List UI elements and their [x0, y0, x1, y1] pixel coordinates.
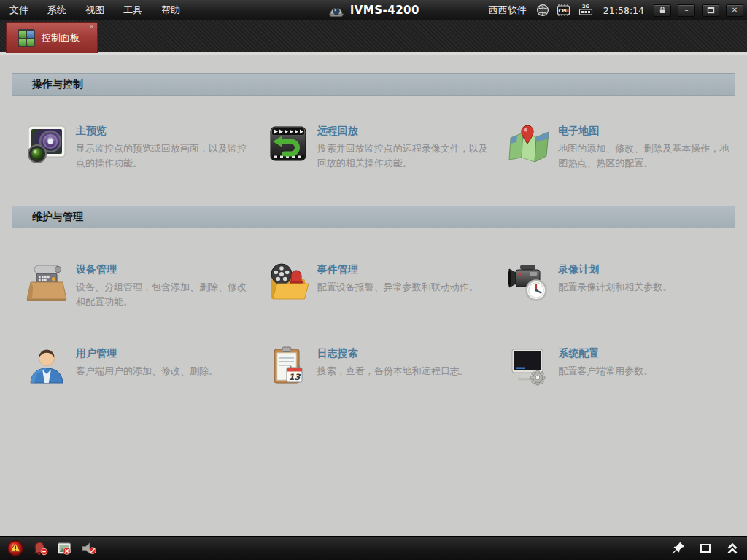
item-title[interactable]: 电子地图 [558, 125, 729, 138]
item-remote-playback[interactable]: 远程回放 搜索并回放监控点的远程录像文件，以及回放的相关操作功能。 [253, 122, 495, 170]
log-search-icon: 13 [267, 345, 309, 387]
item-desc: 客户端用户的添加、修改、删除。 [76, 364, 218, 378]
item-emap[interactable]: 电子地图 地图的添加、修改、删除及基本操作，地图热点、热区的配置。 [494, 122, 735, 170]
item-desc: 配置客户端常用参数。 [558, 364, 653, 378]
network-globe-icon [536, 4, 549, 17]
alarm-status-icon[interactable] [7, 540, 24, 557]
cpu-usage-icon: CPU [556, 3, 571, 18]
item-title[interactable]: 系统配置 [558, 347, 653, 360]
menu-help[interactable]: 帮助 [152, 0, 190, 20]
lock-button[interactable] [654, 4, 671, 17]
app-logo-area: iVMS-4200 [328, 0, 419, 20]
section-title: 操作与控制 [12, 78, 83, 91]
item-event-management[interactable]: 事件管理 配置设备报警、异常参数和联动动作。 [253, 261, 495, 308]
video-exception-icon[interactable] [56, 540, 72, 556]
item-title[interactable]: 设备管理 [76, 263, 247, 276]
app-title: iVMS-4200 [350, 4, 419, 17]
item-desc: 配置设备报警、异常参数和联动动作。 [317, 280, 479, 295]
item-system-config[interactable]: 系统配置 配置客户端常用参数。 [494, 345, 735, 387]
main-preview-icon [26, 122, 68, 165]
dome-camera-logo-icon [328, 2, 345, 18]
section-title: 维护与管理 [12, 211, 83, 224]
clock: 21:58:14 [603, 5, 644, 16]
item-title[interactable]: 事件管理 [317, 263, 479, 276]
record-schedule-icon [508, 261, 550, 303]
tab-close-icon[interactable]: ✕ [89, 24, 94, 30]
menu-bar: 文件 系统 视图 工具 帮助 [0, 0, 190, 20]
item-desc: 显示监控点的预览或回放画面，以及监控点的操作功能。 [76, 141, 247, 170]
control-panel-grid-icon [18, 29, 35, 47]
minimize-button[interactable]: – [678, 4, 695, 17]
item-desc: 配置录像计划和相关参数。 [558, 280, 672, 295]
section-header-maintenance: 维护与管理 [12, 206, 735, 228]
tab-bar: 控制面板 ✕ [0, 20, 747, 52]
item-title[interactable]: 远程回放 [317, 125, 488, 138]
items-row: 设备管理 设备、分组管理，包含添加、删除、修改和配置功能。 [12, 261, 735, 308]
maximize-button[interactable] [702, 4, 719, 17]
items-row: 主预览 显示监控点的预览或回放画面，以及监控点的操作功能。 [12, 122, 735, 170]
user-management-icon [26, 345, 68, 387]
remote-playback-icon [267, 122, 309, 165]
item-title[interactable]: 主预览 [76, 125, 247, 138]
maximize-icon [707, 7, 715, 14]
item-record-schedule[interactable]: 录像计划 配置录像计划和相关参数。 [494, 261, 735, 308]
tab-control-panel[interactable]: 控制面板 ✕ [6, 22, 98, 53]
menu-file[interactable]: 文件 [0, 0, 38, 20]
svg-text:CPU: CPU [558, 8, 568, 13]
pin-icon[interactable] [671, 541, 686, 556]
svg-text:13: 13 [288, 372, 301, 382]
lock-icon [658, 6, 667, 15]
system-config-icon [508, 345, 550, 387]
item-device-management[interactable]: 设备管理 设备、分组管理，包含添加、删除、修改和配置功能。 [12, 261, 253, 308]
item-title[interactable]: 日志搜索 [317, 347, 469, 360]
item-log-search[interactable]: 13 日志搜索 搜索，查看，备份本地和远程日志。 [253, 345, 495, 387]
title-bar: 文件 系统 视图 工具 帮助 iVMS-4200 西西软件 [0, 0, 747, 20]
section-header-operation: 操作与控制 [12, 73, 735, 96]
menu-tools[interactable]: 工具 [114, 0, 152, 20]
item-user-management[interactable]: 用户管理 客户端用户的添加、修改、删除。 [12, 345, 253, 387]
event-management-icon [267, 261, 309, 303]
item-desc: 地图的添加、修改、删除及基本操作，地图热点、热区的配置。 [558, 141, 729, 170]
item-title[interactable]: 录像计划 [558, 263, 672, 276]
event-alarm-icon[interactable] [32, 540, 48, 556]
device-management-icon [26, 261, 68, 303]
emap-icon [508, 122, 550, 165]
item-desc: 搜索并回放监控点的远程录像文件，以及回放的相关操作功能。 [317, 141, 488, 170]
item-title[interactable]: 用户管理 [76, 347, 218, 360]
menu-system[interactable]: 系统 [38, 0, 76, 20]
item-desc: 设备、分组管理，包含添加、删除、修改和配置功能。 [76, 280, 247, 308]
items-row: 用户管理 客户端用户的添加、修改、删除。 13 [12, 345, 735, 387]
tab-label: 控制面板 [42, 31, 80, 44]
item-main-preview[interactable]: 主预览 显示监控点的预览或回放画面，以及监控点的操作功能。 [12, 122, 253, 170]
memory-usage-icon: 2G [578, 3, 594, 18]
audio-mute-icon[interactable] [80, 540, 98, 556]
collapse-up-icon[interactable] [725, 541, 740, 556]
window-restore-icon[interactable] [698, 541, 713, 556]
svg-text:2G: 2G [582, 4, 589, 9]
item-desc: 搜索，查看，备份本地和远程日志。 [317, 364, 469, 378]
menu-view[interactable]: 视图 [76, 0, 114, 20]
close-button[interactable]: ✕ [726, 4, 743, 17]
control-panel-content: 操作与控制 [0, 55, 747, 536]
status-bar [0, 536, 747, 560]
brand-text: 西西软件 [489, 4, 527, 17]
content-separator [0, 52, 747, 55]
